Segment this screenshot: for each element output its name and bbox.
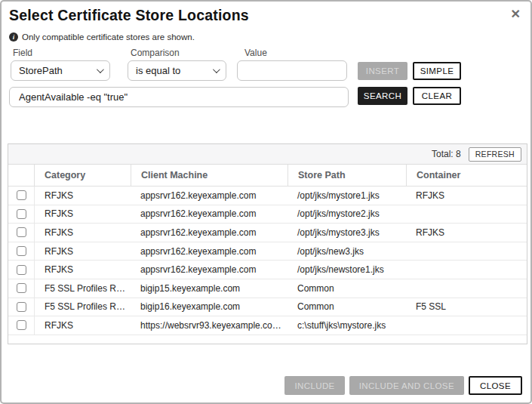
search-button[interactable]: SEARCH xyxy=(358,87,407,105)
cell-category: RFJKS xyxy=(35,320,131,331)
table-row: RFJKS https://websrvr93.keyexample.com:5… xyxy=(8,316,527,335)
row-checkbox-cell xyxy=(8,279,35,298)
row-checkbox[interactable] xyxy=(17,283,26,293)
chevron-down-icon xyxy=(97,66,104,73)
cell-client-machine: appsrvr162.keyexample.com xyxy=(131,246,288,257)
header-checkbox-cell xyxy=(8,165,35,186)
table-row: RFJKS appsrvr162.keyexample.com /opt/jks… xyxy=(8,205,527,224)
simple-button[interactable]: SIMPLE xyxy=(413,62,461,80)
insert-simple-buttons: INSERT SIMPLE xyxy=(358,62,461,80)
cell-client-machine: appsrvr162.keyexample.com xyxy=(131,190,288,201)
cell-client-machine: bigip15.keyexample.com xyxy=(131,283,288,294)
cell-category: RFJKS xyxy=(35,190,131,201)
cell-category: F5 SSL Profiles RE… xyxy=(35,301,131,312)
row-checkbox[interactable] xyxy=(17,320,26,330)
field-select-value: StorePath xyxy=(19,65,63,76)
row-checkbox-cell xyxy=(8,187,35,205)
comparison-select-value: is equal to xyxy=(136,65,180,76)
field-label: Field xyxy=(13,48,32,58)
column-header-container: Container xyxy=(406,165,527,186)
results-panel: Total: 8 REFRESH Category Client Machine… xyxy=(8,143,527,344)
table-row: F5 SSL Profiles RE… bigip15.keyexample.c… xyxy=(8,279,527,298)
cell-client-machine: appsrvr162.keyexample.com xyxy=(131,208,288,219)
column-header-category: Category xyxy=(35,170,131,180)
total-count: Total: 8 xyxy=(432,149,461,159)
row-checkbox-cell xyxy=(8,298,35,316)
row-checkbox[interactable] xyxy=(17,209,26,219)
cell-store-path: /opt/jks/mystore2.jks xyxy=(288,208,406,219)
cell-category: F5 SSL Profiles RE… xyxy=(35,283,131,294)
table-header: Category Client Machine Store Path Conta… xyxy=(8,165,527,187)
clear-button[interactable]: CLEAR xyxy=(413,87,461,105)
footer-actions: INCLUDE INCLUDE AND CLOSE CLOSE xyxy=(284,376,522,395)
cell-store-path: /opt/jks/new3.jks xyxy=(288,246,406,257)
cell-store-path: Common xyxy=(288,301,406,312)
row-checkbox-cell xyxy=(8,316,35,335)
info-text: Only compatible certificate stores are s… xyxy=(22,32,195,42)
comparison-select[interactable]: is equal to xyxy=(128,60,226,81)
row-checkbox[interactable] xyxy=(17,302,26,312)
select-certificate-store-dialog: Select Certificate Store Locations ✕ i O… xyxy=(0,0,532,404)
table-row: RFJKS appsrvr162.keyexample.com /opt/jks… xyxy=(8,261,527,279)
query-input[interactable] xyxy=(9,87,349,107)
cell-store-path: Common xyxy=(288,283,406,294)
cell-client-machine: appsrvr162.keyexample.com xyxy=(131,227,288,238)
cell-store-path: /opt/jks/mystore3.jks xyxy=(288,227,406,238)
table-row: RFJKS appsrvr162.keyexample.com /opt/jks… xyxy=(8,224,527,242)
table-body: RFJKS appsrvr162.keyexample.com /opt/jks… xyxy=(8,187,527,335)
comparison-label: Comparison xyxy=(131,48,180,58)
value-input[interactable] xyxy=(237,60,347,81)
cell-container: F5 SSL xyxy=(406,301,527,312)
row-checkbox[interactable] xyxy=(17,190,26,200)
cell-client-machine: appsrvr162.keyexample.com xyxy=(131,264,288,275)
cell-client-machine: bigip16.keyexample.com xyxy=(131,301,288,312)
row-checkbox[interactable] xyxy=(17,246,26,256)
include-button[interactable]: INCLUDE xyxy=(284,376,344,395)
include-and-close-button[interactable]: INCLUDE AND CLOSE xyxy=(349,376,464,395)
cell-category: RFJKS xyxy=(35,208,131,219)
close-button[interactable]: CLOSE xyxy=(469,376,522,395)
info-icon: i xyxy=(9,32,18,42)
search-clear-buttons: SEARCH CLEAR xyxy=(358,87,461,105)
row-checkbox-cell xyxy=(8,205,35,224)
value-label: Value xyxy=(244,48,267,58)
column-header-store-path: Store Path xyxy=(288,165,406,186)
cell-store-path: c:\stuff\jks\mystore.jks xyxy=(288,320,406,331)
cell-category: RFJKS xyxy=(35,246,131,257)
cell-client-machine: https://websrvr93.keyexample.com:5986 xyxy=(131,320,288,331)
field-select[interactable]: StorePath xyxy=(11,60,110,81)
dialog-title: Select Certificate Store Locations xyxy=(9,7,249,24)
chevron-down-icon xyxy=(213,66,220,73)
results-toolbar: Total: 8 REFRESH xyxy=(8,144,527,165)
row-checkbox-cell xyxy=(8,261,35,279)
table-row: RFJKS appsrvr162.keyexample.com /opt/jks… xyxy=(8,187,527,205)
row-checkbox[interactable] xyxy=(17,227,26,237)
cell-container: RFJKS xyxy=(406,190,527,201)
row-checkbox-cell xyxy=(8,242,35,261)
row-checkbox[interactable] xyxy=(17,265,26,275)
cell-container: RFJKS xyxy=(406,227,527,238)
cell-store-path: /opt/jks/mystore1.jks xyxy=(288,190,406,201)
close-icon[interactable]: ✕ xyxy=(511,8,521,20)
row-checkbox-cell xyxy=(8,224,35,242)
table-row: RFJKS appsrvr162.keyexample.com /opt/jks… xyxy=(8,242,527,261)
column-header-client-machine: Client Machine xyxy=(131,165,288,186)
table-row: F5 SSL Profiles RE… bigip16.keyexample.c… xyxy=(8,298,527,317)
insert-button[interactable]: INSERT xyxy=(358,62,407,80)
cell-category: RFJKS xyxy=(35,264,131,275)
refresh-button[interactable]: REFRESH xyxy=(469,147,521,162)
cell-category: RFJKS xyxy=(35,227,131,238)
info-banner: i Only compatible certificate stores are… xyxy=(9,32,195,42)
cell-store-path: /opt/jks/newstore1.jks xyxy=(288,264,406,275)
